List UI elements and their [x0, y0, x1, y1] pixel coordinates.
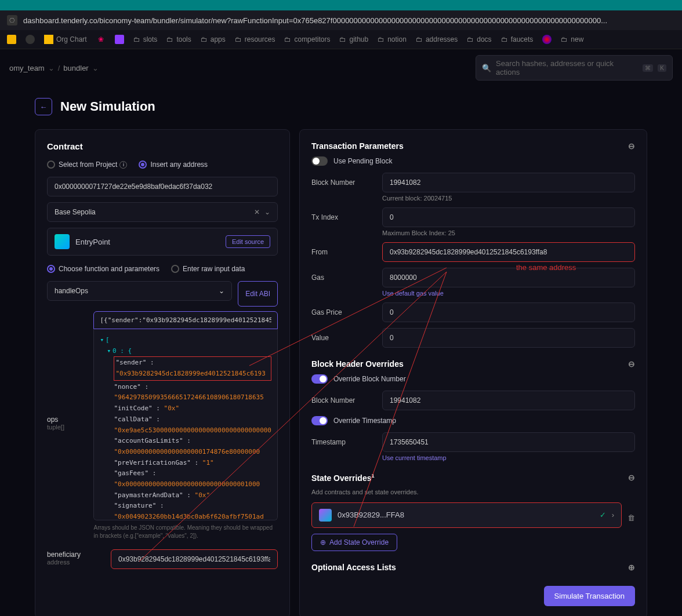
bookmark-folder[interactable]: 🗀slots — [133, 35, 158, 43]
txindex-input[interactable] — [382, 207, 635, 227]
chevron-right-icon: › — [612, 511, 614, 519]
chevron-down-icon[interactable]: ⌄ — [264, 208, 270, 216]
param-type: tuple[] — [47, 424, 88, 431]
bookmark-folder[interactable]: 🗀competitors — [284, 35, 330, 43]
trash-icon[interactable]: 🗑 — [627, 513, 635, 522]
radio-raw-input[interactable]: Enter raw input data — [171, 265, 245, 273]
ops-raw-input[interactable] — [93, 311, 278, 329]
bookmark-folder[interactable]: 🗀resources — [235, 35, 275, 43]
folder-icon: 🗀 — [201, 35, 208, 43]
contract-address-input[interactable] — [47, 177, 278, 196]
pending-block-toggle[interactable] — [311, 156, 328, 166]
collapse-icon[interactable]: ⊖ — [628, 359, 635, 369]
block-number-input[interactable] — [382, 173, 635, 192]
bookmark[interactable] — [115, 35, 124, 44]
folder-icon: 🗀 — [561, 35, 568, 43]
override-block-toggle[interactable] — [311, 374, 328, 384]
state-item-address: 0x93B92829...FFA8 — [338, 511, 404, 519]
bookmark-folder[interactable]: 🗀github — [339, 35, 368, 43]
override-ts-toggle[interactable] — [311, 416, 328, 425]
contract-name: EntryPoint — [75, 238, 110, 246]
plus-icon: ⊕ — [320, 538, 326, 546]
bookmark-folder[interactable]: 🗀notion — [378, 35, 407, 43]
from-input[interactable] — [382, 242, 635, 262]
drive-icon — [7, 35, 16, 44]
radio-choose-fn[interactable]: Choose function and parameters — [47, 265, 159, 273]
folder-icon: 🗀 — [284, 35, 291, 43]
simulate-button[interactable]: Simulate Transaction — [544, 586, 635, 606]
slides-icon — [44, 35, 53, 44]
bookmark[interactable]: Org Chart — [44, 35, 87, 44]
state-override-item[interactable]: 0x93B92829...FFA8 ✓› — [311, 502, 622, 528]
kbd-hint: ⌘ — [643, 64, 653, 72]
timestamp-input[interactable] — [382, 432, 635, 452]
folder-icon: 🗀 — [501, 35, 508, 43]
folder-icon: 🗀 — [378, 35, 384, 43]
breadcrumb-project[interactable]: bundler — [63, 64, 88, 72]
search-icon: 🔍 — [482, 64, 491, 72]
override-block-input[interactable] — [382, 391, 635, 410]
tx-params-card: Transaction Parameters ⊖ Use Pending Blo… — [299, 129, 647, 616]
app-icon — [542, 35, 552, 44]
chevron-down-icon: ⌄ — [219, 287, 224, 295]
expand-icon[interactable]: ⊕ — [628, 563, 635, 572]
folder-icon: 🗀 — [133, 35, 140, 43]
max-block-index: Maximum Block Index: 25 — [382, 229, 635, 236]
breadcrumb-team[interactable]: omy_team — [9, 64, 45, 72]
param-type: address — [47, 559, 105, 566]
bookmarks-bar: Org Chart ❀ 🗀slots 🗀tools 🗀apps 🗀resourc… — [0, 30, 682, 49]
bookmark-folder[interactable]: 🗀docs — [467, 35, 491, 43]
folder-icon: 🗀 — [166, 35, 173, 43]
app-icon — [115, 35, 124, 44]
default-gas-link[interactable]: Use default gas value — [382, 290, 635, 297]
breadcrumb: omy_team⌄ / bundler⌄ — [9, 64, 99, 72]
bookmark[interactable] — [7, 35, 16, 44]
current-block: Current block: 20024715 — [382, 195, 635, 202]
value-input[interactable] — [382, 328, 635, 348]
param-label: beneficiary — [47, 551, 81, 559]
gasprice-input[interactable] — [382, 302, 635, 322]
info-icon: i — [119, 161, 127, 169]
radio-insert-address[interactable]: Insert any address — [139, 161, 208, 169]
bookmark-folder[interactable]: 🗀addresses — [416, 35, 458, 43]
bookmark[interactable] — [542, 35, 552, 44]
contract-card: Contract Select from Projecti Insert any… — [35, 129, 290, 616]
block-override-title: Block Header Overrides — [311, 359, 404, 369]
annotation-text: the same address — [516, 263, 576, 272]
bookmark[interactable]: ❀ — [96, 35, 106, 44]
radio-select-project[interactable]: Select from Projecti — [47, 161, 127, 169]
openai-icon — [26, 35, 35, 44]
folder-icon: 🗀 — [416, 35, 423, 43]
bookmark-folder[interactable]: 🗀tools — [166, 35, 191, 43]
collapse-icon[interactable]: ⊖ — [628, 473, 635, 482]
bookmark[interactable] — [26, 35, 35, 44]
site-icon: ⎔ — [7, 15, 17, 25]
back-button[interactable]: ← — [35, 98, 52, 115]
bookmark-folder[interactable]: 🗀new — [561, 35, 583, 43]
folder-icon: 🗀 — [235, 35, 242, 43]
contract-icon — [319, 509, 332, 522]
function-select[interactable]: handleOps ⌄ — [47, 281, 232, 301]
edit-abi-button[interactable]: Edit ABI — [238, 281, 278, 307]
tx-title: Transaction Parameters — [311, 141, 404, 151]
bookmark-folder[interactable]: 🗀faucets — [501, 35, 534, 43]
contract-info: EntryPoint Edit source — [47, 228, 278, 256]
json-tree[interactable]: ▾[ ▾0 : { "sender" : "0x93b9282945dc1828… — [93, 329, 278, 520]
url-bar[interactable]: ⎔ dashboard.tenderly.co/biconomy-team/bu… — [0, 10, 682, 30]
edit-source-button[interactable]: Edit source — [226, 235, 270, 248]
clear-icon[interactable]: ✕ — [254, 208, 260, 216]
folder-icon: 🗀 — [467, 35, 474, 43]
param-label: ops — [47, 415, 58, 424]
contract-icon — [55, 234, 70, 249]
gas-input[interactable] — [382, 268, 635, 287]
kbd-hint: K — [658, 64, 666, 72]
beneficiary-input[interactable] — [111, 549, 278, 569]
network-select[interactable]: Base Sepolia ✕⌄ — [47, 202, 278, 222]
add-override-button[interactable]: ⊕Add State Override — [311, 534, 397, 551]
state-subtext: Add contracts and set state overrides. — [311, 489, 635, 495]
url-text: dashboard.tenderly.co/biconomy-team/bund… — [23, 16, 607, 25]
current-ts-link[interactable]: Use current timestamp — [382, 454, 635, 461]
collapse-icon[interactable]: ⊖ — [628, 141, 635, 151]
search-input[interactable]: 🔍 Search hashes, addresses or quick acti… — [476, 55, 673, 81]
bookmark-folder[interactable]: 🗀apps — [201, 35, 226, 43]
